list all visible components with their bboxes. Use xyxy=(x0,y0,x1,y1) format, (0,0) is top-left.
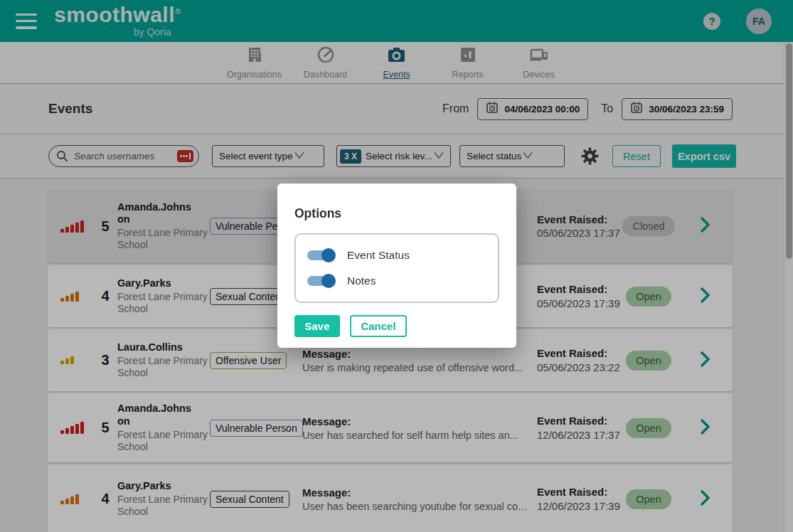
toggle-label: Notes xyxy=(347,275,376,287)
notes-toggle-row: Notes xyxy=(307,268,486,294)
event-status-toggle[interactable] xyxy=(307,248,336,262)
toggle-label: Event Status xyxy=(347,249,410,262)
toggle-group: Event Status Notes xyxy=(294,233,499,303)
notes-toggle[interactable] xyxy=(307,274,336,288)
save-button[interactable]: Save xyxy=(294,315,340,337)
cancel-button[interactable]: Cancel xyxy=(350,315,407,337)
modal-title: Options xyxy=(294,206,499,221)
options-modal: Options Event Status Notes Save Cancel xyxy=(277,183,516,348)
event-status-toggle-row: Event Status xyxy=(307,243,486,268)
